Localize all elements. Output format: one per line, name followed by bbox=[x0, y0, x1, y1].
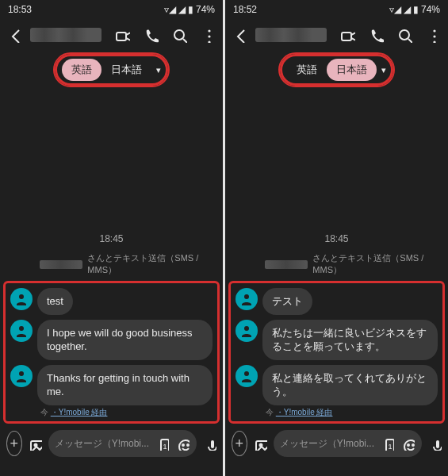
language-pill[interactable]: 英語 日本語 ▾ bbox=[55, 54, 168, 86]
lang-option-japanese[interactable]: 日本語 bbox=[101, 59, 151, 81]
status-time: 18:53 bbox=[8, 4, 32, 15]
video-call-icon[interactable] bbox=[113, 26, 131, 44]
message-bubble[interactable]: Thanks for getting in touch with me. bbox=[37, 365, 213, 405]
messages-highlight-box: テスト 私たちは一緒に良いビジネスをすることを願っています。 私と連絡を取ってく… bbox=[228, 281, 445, 424]
message-row[interactable]: テスト bbox=[232, 286, 441, 317]
gallery-icon[interactable] bbox=[29, 436, 42, 451]
sim-select-icon[interactable] bbox=[154, 436, 170, 451]
app-top-bar bbox=[225, 19, 448, 51]
message-thread: 18:45 さんとテキスト送信（SMS / MMS） test I hope w… bbox=[0, 86, 223, 425]
status-icons: ▿◢ ◢ ▮ 74% bbox=[164, 4, 215, 15]
mic-icon[interactable] bbox=[203, 436, 216, 451]
meta-carrier: ・Y!mobile 経由 bbox=[51, 408, 108, 416]
message-input[interactable]: メッセージ（Y!mobi... bbox=[48, 430, 197, 457]
signal-icon: ◢ bbox=[178, 4, 186, 15]
contact-name[interactable] bbox=[30, 28, 101, 42]
message-bubble[interactable]: test bbox=[37, 288, 73, 315]
video-call-icon[interactable] bbox=[339, 26, 356, 44]
input-placeholder: メッセージ（Y!mobi... bbox=[55, 437, 149, 451]
sms-source-label: さんとテキスト送信（SMS / MMS） bbox=[225, 249, 448, 279]
status-icons: ▿◢ ◢ ▮ 74% bbox=[389, 4, 440, 15]
contact-name[interactable] bbox=[255, 28, 327, 42]
battery-percent: 74% bbox=[196, 4, 215, 15]
sms-label-text: さんとテキスト送信（SMS / MMS） bbox=[312, 252, 442, 276]
avatar[interactable] bbox=[235, 320, 258, 342]
lang-option-english[interactable]: 英語 bbox=[287, 59, 327, 81]
search-icon[interactable] bbox=[396, 26, 413, 44]
sms-label-text: さんとテキスト送信（SMS / MMS） bbox=[87, 252, 216, 276]
search-icon[interactable] bbox=[170, 26, 188, 44]
screenshot-left: 18:53 ▿◢ ◢ ▮ 74% 英語 日本語 ▾ bbox=[0, 0, 223, 476]
back-icon[interactable] bbox=[6, 26, 24, 44]
status-bar: 18:52 ▿◢ ◢ ▮ 74% bbox=[225, 0, 448, 19]
wifi-icon: ▿◢ bbox=[389, 4, 401, 15]
overflow-menu-icon[interactable] bbox=[199, 26, 216, 44]
battery-icon: ▮ bbox=[413, 4, 419, 15]
meta-now: 今 bbox=[40, 408, 48, 416]
message-bubble[interactable]: I hope we will do good business together… bbox=[37, 320, 213, 360]
contact-blur bbox=[265, 260, 308, 269]
message-bubble[interactable]: 私たちは一緒に良いビジネスをすることを願っています。 bbox=[262, 320, 438, 360]
message-meta: 今 ・Y!mobile 経由 bbox=[232, 407, 441, 418]
chevron-down-icon[interactable]: ▾ bbox=[156, 65, 161, 75]
avatar[interactable] bbox=[10, 288, 33, 310]
meta-carrier: ・Y!mobile 経由 bbox=[276, 408, 333, 416]
input-placeholder: メッセージ（Y!mobi... bbox=[280, 437, 374, 451]
chevron-down-icon[interactable]: ▾ bbox=[381, 65, 386, 75]
mic-icon[interactable] bbox=[428, 436, 442, 451]
overflow-menu-icon[interactable] bbox=[424, 26, 442, 44]
composer-bar: + メッセージ（Y!mobi... bbox=[225, 425, 448, 465]
meta-now: 今 bbox=[266, 408, 274, 416]
message-row[interactable]: I hope we will do good business together… bbox=[7, 318, 216, 362]
phone-call-icon[interactable] bbox=[367, 26, 385, 44]
emoji-icon[interactable] bbox=[400, 436, 415, 451]
message-bubble[interactable]: 私と連絡を取ってくれてありがとう。 bbox=[262, 365, 438, 405]
add-attachment-button[interactable]: + bbox=[6, 431, 22, 456]
sms-source-label: さんとテキスト送信（SMS / MMS） bbox=[0, 249, 223, 279]
message-row[interactable]: 私たちは一緒に良いビジネスをすることを願っています。 bbox=[232, 318, 441, 362]
composer-bar: + メッセージ（Y!mobi... bbox=[0, 425, 223, 465]
signal-icon: ◢ bbox=[404, 4, 411, 15]
phone-call-icon[interactable] bbox=[142, 26, 159, 44]
avatar[interactable] bbox=[235, 365, 258, 387]
battery-icon: ▮ bbox=[188, 4, 193, 15]
message-row[interactable]: test bbox=[7, 286, 216, 317]
language-switcher: 英語 日本語 ▾ bbox=[225, 54, 448, 86]
language-pill[interactable]: 英語 日本語 ▾ bbox=[280, 54, 393, 86]
lang-option-japanese[interactable]: 日本語 bbox=[327, 59, 377, 81]
message-input[interactable]: メッセージ（Y!mobi... bbox=[274, 430, 422, 457]
nav-bar bbox=[0, 465, 223, 476]
back-icon[interactable] bbox=[232, 26, 249, 44]
avatar[interactable] bbox=[10, 365, 33, 387]
avatar[interactable] bbox=[235, 288, 258, 310]
app-top-bar bbox=[0, 19, 223, 51]
message-thread: 18:45 さんとテキスト送信（SMS / MMS） テスト 私たちは一緒に良い… bbox=[225, 86, 448, 425]
status-time: 18:52 bbox=[233, 4, 257, 15]
add-attachment-button[interactable]: + bbox=[232, 431, 247, 456]
battery-percent: 74% bbox=[421, 4, 440, 15]
messages-highlight-box: test I hope we will do good business tog… bbox=[3, 281, 220, 424]
thread-timestamp: 18:45 bbox=[225, 233, 448, 244]
sim-select-icon[interactable] bbox=[379, 436, 395, 451]
message-bubble[interactable]: テスト bbox=[262, 288, 312, 315]
message-row[interactable]: Thanks for getting in touch with me. bbox=[7, 363, 216, 407]
emoji-icon[interactable] bbox=[174, 436, 190, 451]
screenshot-right: 18:52 ▿◢ ◢ ▮ 74% 英語 日本語 ▾ bbox=[225, 0, 448, 476]
avatar[interactable] bbox=[10, 320, 33, 342]
contact-blur bbox=[40, 260, 82, 269]
language-switcher: 英語 日本語 ▾ bbox=[0, 54, 223, 86]
gallery-icon[interactable] bbox=[254, 436, 267, 451]
lang-option-english[interactable]: 英語 bbox=[62, 59, 101, 81]
message-meta: 今 ・Y!mobile 経由 bbox=[7, 407, 216, 418]
thread-timestamp: 18:45 bbox=[0, 233, 223, 244]
status-bar: 18:53 ▿◢ ◢ ▮ 74% bbox=[0, 0, 223, 19]
message-row[interactable]: 私と連絡を取ってくれてありがとう。 bbox=[232, 363, 441, 407]
wifi-icon: ▿◢ bbox=[164, 4, 176, 15]
nav-bar bbox=[225, 465, 448, 476]
